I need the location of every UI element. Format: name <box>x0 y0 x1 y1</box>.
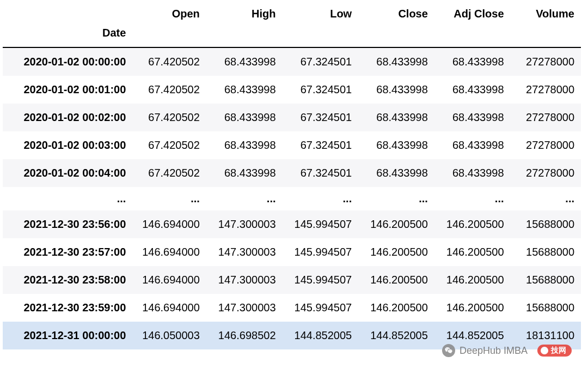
header-blank <box>511 23 581 47</box>
cell-low: 145.994507 <box>283 238 359 266</box>
cell-low: 145.994507 <box>283 294 359 322</box>
cell-high: ... <box>206 187 283 210</box>
cell-adjclose: 68.433998 <box>434 104 511 131</box>
table-row: 2021-12-30 23:57:00 146.694000 147.30000… <box>3 238 581 266</box>
cell-volume: 15688000 <box>511 266 581 294</box>
cell-open: 67.420502 <box>133 131 206 159</box>
cell-adjclose: 68.433998 <box>434 47 511 76</box>
cell-high: 147.300003 <box>206 266 283 294</box>
cell-high: 68.433998 <box>206 104 283 131</box>
dataframe-table: Open High Low Close Adj Close Volume Dat… <box>3 0 581 349</box>
cell-adjclose: 146.200500 <box>434 294 511 322</box>
cell-open: 67.420502 <box>133 159 206 187</box>
row-index-cell: 2020-01-02 00:03:00 <box>3 131 133 159</box>
cell-volume: ... <box>511 187 581 210</box>
cell-close: 68.433998 <box>358 104 434 131</box>
cell-high: 146.698502 <box>206 322 283 349</box>
cell-close: 68.433998 <box>358 131 434 159</box>
cell-low: ... <box>283 187 359 210</box>
table-row: 2021-12-30 23:59:00 146.694000 147.30000… <box>3 294 581 322</box>
column-header-low: Low <box>283 0 359 23</box>
cell-close: 68.433998 <box>358 47 434 76</box>
table-row: 2021-12-30 23:56:00 146.694000 147.30000… <box>3 210 581 238</box>
cell-open: 146.694000 <box>133 238 206 266</box>
cell-low: 67.324501 <box>283 131 359 159</box>
header-blank <box>206 23 283 47</box>
cell-open: 67.420502 <box>133 104 206 131</box>
index-header-row: Date <box>3 23 581 47</box>
cell-high: 147.300003 <box>206 238 283 266</box>
cell-adjclose: 146.200500 <box>434 266 511 294</box>
cell-volume: 15688000 <box>511 238 581 266</box>
cell-low: 145.994507 <box>283 210 359 238</box>
cell-low: 144.852005 <box>283 322 359 349</box>
cell-adjclose: ... <box>434 187 511 210</box>
cell-volume: 18131100 <box>511 322 581 349</box>
table-body: 2020-01-02 00:00:00 67.420502 68.433998 … <box>3 47 581 349</box>
cell-close: 146.200500 <box>358 294 434 322</box>
cell-low: 67.324501 <box>283 159 359 187</box>
cell-close: 68.433998 <box>358 76 434 104</box>
cell-adjclose: 68.433998 <box>434 159 511 187</box>
column-header-open: Open <box>133 0 206 23</box>
table-row: 2020-01-02 00:04:00 67.420502 68.433998 … <box>3 159 581 187</box>
cell-close: 146.200500 <box>358 238 434 266</box>
row-index-cell: 2020-01-02 00:00:00 <box>3 47 133 76</box>
row-index-cell: 2020-01-02 00:01:00 <box>3 76 133 104</box>
table-row: 2020-01-02 00:00:00 67.420502 68.433998 … <box>3 47 581 76</box>
table-row: 2020-01-02 00:01:00 67.420502 68.433998 … <box>3 76 581 104</box>
cell-low: 67.324501 <box>283 104 359 131</box>
row-index-cell: 2021-12-30 23:59:00 <box>3 294 133 322</box>
cell-volume: 27278000 <box>511 131 581 159</box>
cell-close: 146.200500 <box>358 266 434 294</box>
cell-open: 146.694000 <box>133 294 206 322</box>
header-blank <box>283 23 359 47</box>
cell-adjclose: 144.852005 <box>434 322 511 349</box>
column-header-close: Close <box>358 0 434 23</box>
cell-close: ... <box>358 187 434 210</box>
cell-close: 146.200500 <box>358 210 434 238</box>
cell-low: 67.324501 <box>283 47 359 76</box>
table-row-highlighted: 2021-12-31 00:00:00 146.050003 146.69850… <box>3 322 581 349</box>
cell-volume: 15688000 <box>511 210 581 238</box>
cell-close: 68.433998 <box>358 159 434 187</box>
header-blank-corner <box>3 0 133 23</box>
row-index-cell: 2020-01-02 00:02:00 <box>3 104 133 131</box>
cell-high: 68.433998 <box>206 47 283 76</box>
table-row: 2020-01-02 00:02:00 67.420502 68.433998 … <box>3 104 581 131</box>
cell-open: 67.420502 <box>133 76 206 104</box>
cell-open: 146.050003 <box>133 322 206 349</box>
row-index-cell: 2021-12-30 23:56:00 <box>3 210 133 238</box>
table-row: 2021-12-30 23:58:00 146.694000 147.30000… <box>3 266 581 294</box>
row-index-cell: 2021-12-30 23:58:00 <box>3 266 133 294</box>
cell-adjclose: 68.433998 <box>434 131 511 159</box>
row-index-cell: 2021-12-31 00:00:00 <box>3 322 133 349</box>
cell-open: 146.694000 <box>133 266 206 294</box>
row-index-cell: 2020-01-02 00:04:00 <box>3 159 133 187</box>
cell-adjclose: 68.433998 <box>434 76 511 104</box>
cell-open: ... <box>133 187 206 210</box>
cell-high: 147.300003 <box>206 294 283 322</box>
header-blank <box>133 23 206 47</box>
column-header-volume: Volume <box>511 0 581 23</box>
table-row-ellipsis: ... ... ... ... ... ... ... <box>3 187 581 210</box>
header-blank <box>358 23 434 47</box>
cell-high: 68.433998 <box>206 76 283 104</box>
cell-high: 68.433998 <box>206 159 283 187</box>
column-header-high: High <box>206 0 283 23</box>
row-index-cell: 2021-12-30 23:57:00 <box>3 238 133 266</box>
cell-volume: 27278000 <box>511 47 581 76</box>
cell-high: 68.433998 <box>206 131 283 159</box>
index-name-label: Date <box>3 23 133 47</box>
column-header-adj-close: Adj Close <box>434 0 511 23</box>
cell-volume: 27278000 <box>511 104 581 131</box>
cell-adjclose: 146.200500 <box>434 238 511 266</box>
row-index-cell: ... <box>3 187 133 210</box>
cell-low: 145.994507 <box>283 266 359 294</box>
header-blank <box>434 23 511 47</box>
cell-open: 67.420502 <box>133 47 206 76</box>
column-header-row: Open High Low Close Adj Close Volume <box>3 0 581 23</box>
cell-high: 147.300003 <box>206 210 283 238</box>
cell-adjclose: 146.200500 <box>434 210 511 238</box>
cell-volume: 27278000 <box>511 76 581 104</box>
